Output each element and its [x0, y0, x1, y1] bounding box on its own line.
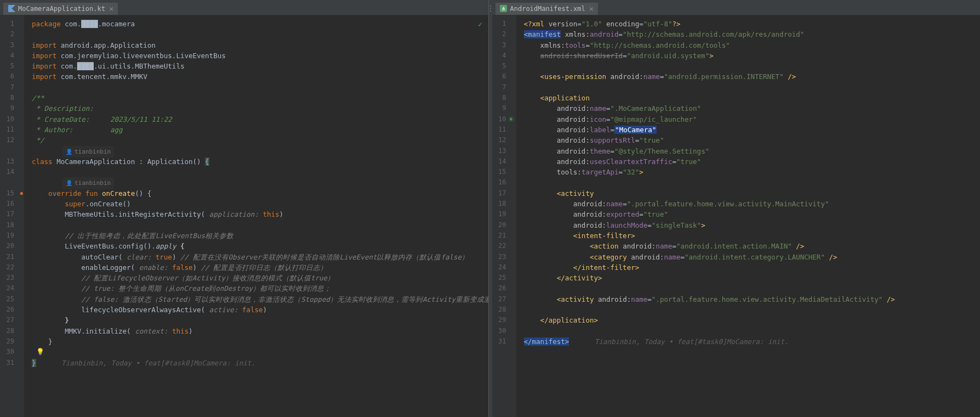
line-number[interactable]: 29: [0, 336, 24, 347]
code-line[interactable]: }: [32, 315, 488, 325]
line-number[interactable]: 11: [492, 125, 516, 135]
code-line[interactable]: <uses-permission android:name="android.p…: [524, 71, 981, 82]
code-line[interactable]: android:name=".portal.feature.home.view.…: [524, 199, 981, 209]
line-number[interactable]: 26: [0, 305, 24, 315]
left-editor[interactable]: ✓ 123456789101112131415●1617181920212223…: [0, 15, 488, 417]
code-line[interactable]: android:label="MoCamera": [524, 125, 981, 135]
right-editor[interactable]: 12345678910◉1112131415161718192021222324…: [492, 15, 981, 417]
code-line[interactable]: [524, 82, 981, 93]
code-line[interactable]: <category android:name="android.intent.c…: [524, 252, 981, 262]
code-line[interactable]: import android.app.Application: [32, 40, 488, 50]
line-number[interactable]: 10◉: [492, 114, 516, 125]
code-line[interactable]: }: [32, 336, 488, 347]
line-number[interactable]: 14: [0, 167, 24, 177]
code-line[interactable]: override fun onCreate() {: [32, 188, 488, 199]
code-line[interactable]: xmlns:tools="http://schemas.android.com/…: [524, 40, 981, 50]
code-line[interactable]: </application>: [524, 315, 981, 325]
code-line[interactable]: android:icon="@mipmap/ic_launcher": [524, 114, 981, 125]
line-number[interactable]: 1: [492, 19, 516, 29]
line-number[interactable]: 2: [492, 29, 516, 40]
code-line[interactable]: } Tianbinbin, Today • feat[#task0]MoCame…: [32, 358, 488, 368]
line-number[interactable]: 29: [492, 315, 516, 325]
line-number[interactable]: 18: [492, 199, 516, 209]
tab-androidmanifest[interactable]: ⋔ AndroidManifest.xml ×: [495, 3, 599, 15]
line-number[interactable]: 2: [0, 29, 24, 40]
code-line[interactable]: tools:targetApi="32">: [524, 167, 981, 177]
code-line[interactable]: // 配置LifecycleObserver（如Activity）接收消息的模式…: [32, 273, 488, 283]
code-line[interactable]: MBThemeUtils.initRegisterActivity( appli…: [32, 209, 488, 219]
author-annotation[interactable]: 👤tianbinbin: [62, 146, 114, 157]
line-number[interactable]: 15●: [0, 188, 24, 199]
left-code-area[interactable]: package com.████.mocameraimport android.…: [24, 15, 488, 417]
line-number[interactable]: 27: [492, 294, 516, 305]
code-line[interactable]: [524, 61, 981, 71]
code-line[interactable]: import com.jeremyliao.liveeventbus.LiveE…: [32, 50, 488, 61]
right-code-area[interactable]: <?xml version="1.0" encoding="utf-8"?><m…: [516, 15, 981, 417]
code-line[interactable]: enableLogger( enable: false) // 配置是否打印日志…: [32, 262, 488, 273]
line-number[interactable]: 31: [492, 336, 516, 347]
line-number[interactable]: 23: [0, 273, 24, 283]
code-line[interactable]: android:launchMode="singleTask">: [524, 220, 981, 230]
line-number[interactable]: 17: [0, 209, 24, 219]
line-number[interactable]: 6: [492, 71, 516, 82]
line-number[interactable]: 4: [0, 50, 24, 61]
close-icon[interactable]: ×: [109, 4, 113, 13]
code-line[interactable]: // 出于性能考虑，此处配置LiveEventBus相关参数: [32, 230, 488, 241]
line-number[interactable]: 12: [0, 135, 24, 145]
left-gutter[interactable]: 123456789101112131415●161718192021222324…: [0, 15, 24, 417]
line-number[interactable]: 27: [0, 315, 24, 325]
code-line[interactable]: MMKV.initialize( context: this): [32, 326, 488, 336]
code-line[interactable]: 💡: [32, 347, 488, 357]
code-line[interactable]: class MoCameraApplication : Application(…: [32, 156, 488, 167]
code-line[interactable]: autoClear( clear: true) // 配置在没有Observer…: [32, 252, 488, 262]
intention-bulb-icon[interactable]: 💡: [36, 347, 44, 357]
line-number[interactable]: 14: [492, 156, 516, 167]
code-line[interactable]: // true: 整个生命周期（从onCreate到onDestroy）都可以实…: [32, 283, 488, 294]
code-line[interactable]: */: [32, 135, 488, 145]
code-line[interactable]: [32, 82, 488, 93]
line-number[interactable]: 25: [0, 294, 24, 305]
code-line[interactable]: import com.tencent.mmkv.MMKV: [32, 71, 488, 82]
line-number[interactable]: 5: [0, 61, 24, 71]
code-line[interactable]: [32, 220, 488, 230]
line-number[interactable]: 3: [492, 40, 516, 50]
line-number[interactable]: 12: [492, 135, 516, 145]
code-line[interactable]: <intent-filter>: [524, 230, 981, 241]
code-line[interactable]: import com.████.ui.utils.MBThemeUtils: [32, 61, 488, 71]
line-number[interactable]: 19: [492, 209, 516, 219]
code-line[interactable]: android:exported="true": [524, 209, 981, 219]
line-number[interactable]: [0, 177, 24, 188]
line-number[interactable]: 16: [492, 177, 516, 188]
code-line[interactable]: android:name=".MoCameraApplication": [524, 103, 981, 114]
code-line[interactable]: <activity android:name=".portal.feature.…: [524, 294, 981, 305]
code-line[interactable]: // false: 激活状态（Started）可以实时收到消息，非激活状态（St…: [32, 294, 488, 305]
code-line[interactable]: [524, 283, 981, 294]
line-number[interactable]: 21: [492, 230, 516, 241]
code-line[interactable]: LiveEventBus.config().apply {: [32, 241, 488, 251]
line-number[interactable]: 19: [0, 230, 24, 241]
code-line[interactable]: android:usesCleartextTraffic="true": [524, 156, 981, 167]
line-number[interactable]: 25: [492, 273, 516, 283]
line-number[interactable]: 11: [0, 125, 24, 135]
line-number[interactable]: 9: [492, 103, 516, 114]
line-number[interactable]: 18: [0, 220, 24, 230]
line-number[interactable]: 7: [492, 82, 516, 93]
right-gutter[interactable]: 12345678910◉1112131415161718192021222324…: [492, 15, 516, 417]
line-number[interactable]: 13: [492, 146, 516, 156]
code-line[interactable]: </manifest> Tianbinbin, Today • feat[#ta…: [524, 336, 981, 347]
code-line[interactable]: 👤tianbinbin: [32, 146, 488, 156]
line-number[interactable]: 4: [492, 50, 516, 61]
code-line[interactable]: /**: [32, 93, 488, 103]
line-number[interactable]: 10: [0, 114, 24, 125]
line-number[interactable]: 22: [0, 262, 24, 273]
line-number[interactable]: 21: [0, 252, 24, 262]
line-number[interactable]: 5: [492, 61, 516, 71]
code-line[interactable]: android:sharedUserId="android.uid.system…: [524, 50, 981, 61]
line-number[interactable]: 31: [0, 358, 24, 368]
line-number[interactable]: 24: [0, 283, 24, 294]
code-line[interactable]: [524, 305, 981, 315]
line-number[interactable]: 30: [0, 347, 24, 357]
code-line[interactable]: <activity: [524, 188, 981, 199]
line-number[interactable]: 28: [492, 305, 516, 315]
code-line[interactable]: * Description:: [32, 103, 488, 114]
